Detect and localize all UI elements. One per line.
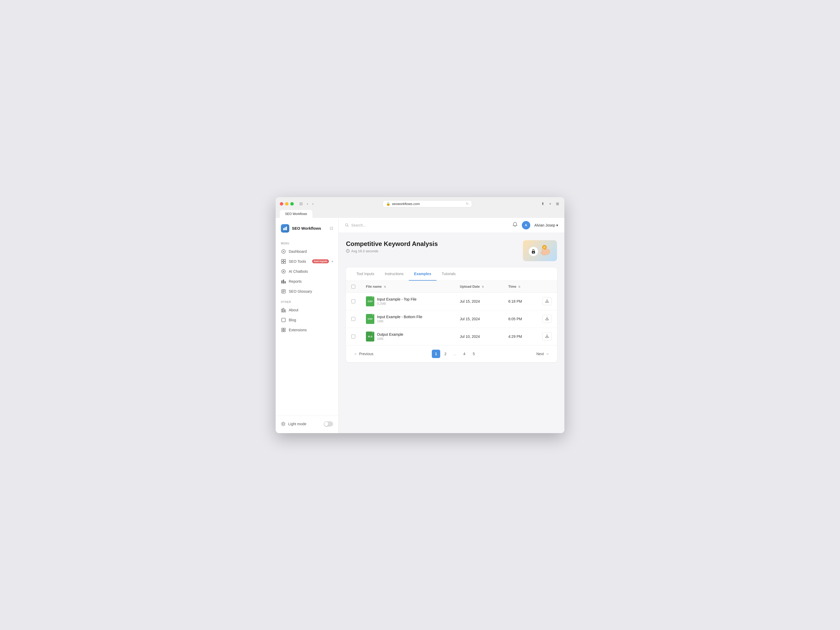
- svg-rect-6: [284, 259, 286, 261]
- page-num-2[interactable]: 2: [441, 350, 450, 358]
- file-name: Input Example - Top File: [377, 297, 417, 302]
- new-tab-button[interactable]: +: [548, 201, 552, 206]
- file-info: Input Example - Top File 0,2MB: [377, 297, 417, 306]
- tab-instructions[interactable]: Instructions: [380, 267, 409, 281]
- row-checkbox[interactable]: [351, 335, 355, 339]
- sidebar-item-extensions[interactable]: Extensions: [276, 325, 338, 335]
- back-button[interactable]: ‹: [306, 201, 309, 206]
- svg-point-29: [543, 246, 545, 248]
- page-header: Competitive Keyword Analysis Avg 19.3 se…: [346, 240, 557, 261]
- lock-icon: 🔒: [386, 202, 390, 206]
- svg-rect-15: [283, 308, 284, 312]
- about-icon: [281, 307, 286, 313]
- light-mode-switch[interactable]: [324, 421, 333, 426]
- sidebar-toggle-browser[interactable]: ⊡: [298, 201, 304, 206]
- user-name-button[interactable]: Alvian Josep ▾: [534, 223, 558, 227]
- select-all-checkbox[interactable]: [351, 284, 355, 289]
- notification-button[interactable]: [512, 222, 518, 228]
- sidebar-item-blog[interactable]: Blog: [276, 315, 338, 325]
- row-checkbox[interactable]: [351, 299, 355, 303]
- sort-icon[interactable]: ⇅: [518, 285, 520, 288]
- forward-button[interactable]: ›: [311, 201, 315, 206]
- sort-icon[interactable]: ⇅: [482, 285, 484, 288]
- file-type-icon: CSV: [366, 296, 374, 306]
- svg-rect-5: [281, 259, 283, 261]
- table-row: CSV Input Example - Bottom File 1MB Jul …: [346, 310, 557, 328]
- previous-page-button[interactable]: ← Previous: [351, 350, 376, 357]
- sidebar-bottom: Light mode: [276, 415, 338, 429]
- tabs-container: Tool Inputs Instructions Examples Tutori…: [346, 267, 557, 362]
- svg-rect-20: [282, 330, 283, 332]
- reports-icon: [281, 279, 286, 284]
- file-size: 0,2MB: [377, 302, 417, 306]
- tab-tool-inputs[interactable]: Tool Inputs: [351, 267, 380, 281]
- toggle-knob: [324, 422, 328, 426]
- file-size: 1MB: [377, 337, 403, 341]
- reload-icon[interactable]: ↻: [466, 202, 469, 205]
- download-button[interactable]: [542, 297, 552, 305]
- svg-rect-7: [281, 262, 283, 264]
- header-actions: A Alvian Josep ▾: [512, 221, 558, 229]
- sidebar-item-dashboard[interactable]: Dashboard: [276, 246, 338, 256]
- page-num-1[interactable]: 1: [432, 350, 440, 358]
- menu-section-label: MENU: [276, 238, 338, 246]
- table-header: File name ⇅ Upload Date ⇅ Time ⇅: [346, 281, 557, 293]
- sidebar-item-ai-chatbots[interactable]: AI Chatbots: [276, 267, 338, 276]
- table-row: CSV Input Example - Top File 0,2MB Jul 1…: [346, 292, 557, 310]
- sidebar-item-seo-glossary[interactable]: SEO Glossary: [276, 286, 338, 296]
- page-numbers: 1 2 ... 4 5: [432, 350, 478, 358]
- column-time: Time ⇅: [503, 281, 537, 293]
- download-button[interactable]: [542, 332, 552, 341]
- search-bar[interactable]: Search...: [345, 223, 508, 227]
- app-container: SEO Workflows ⊡ MENU Dashboard: [276, 218, 564, 433]
- hero-image: [523, 240, 557, 261]
- files-table: File name ⇅ Upload Date ⇅ Time ⇅: [346, 281, 557, 345]
- traffic-light-close[interactable]: [280, 202, 283, 205]
- page-num-5[interactable]: 5: [470, 350, 478, 358]
- row-checkbox[interactable]: [351, 317, 355, 321]
- browser-tab-bar: SEO Workflows: [280, 210, 560, 218]
- sidebar-item-seo-tools[interactable]: SEO Tools tool-inputs ▾: [276, 256, 338, 267]
- sidebar-collapse-button[interactable]: ⊡: [330, 226, 333, 231]
- ai-chatbots-icon: [281, 269, 286, 274]
- sidebar-item-label: Dashboard: [289, 249, 333, 254]
- address-bar-container: 🔒 seoworkflows.com ↻: [317, 200, 537, 207]
- sidebar-item-label: SEO Glossary: [289, 289, 333, 294]
- tab-overview-button[interactable]: ⊞: [555, 201, 560, 206]
- svg-rect-18: [282, 328, 283, 330]
- sidebar-item-about[interactable]: About: [276, 305, 338, 315]
- svg-point-21: [284, 330, 285, 332]
- tab-examples[interactable]: Examples: [409, 267, 436, 281]
- sort-icon[interactable]: ⇅: [384, 285, 386, 288]
- light-mode-toggle[interactable]: Light mode: [276, 419, 338, 429]
- top-header: Search... A Alvian Josep ▾: [339, 218, 564, 233]
- file-cell: CSV Input Example - Top File 0,2MB: [366, 296, 449, 306]
- search-placeholder: Search...: [351, 223, 366, 227]
- svg-rect-11: [283, 279, 284, 284]
- page-num-4[interactable]: 4: [460, 350, 469, 358]
- arrow-left-icon: ←: [354, 352, 357, 356]
- sidebar-item-reports[interactable]: Reports: [276, 276, 338, 286]
- browser-tab[interactable]: SEO Workflows: [280, 210, 313, 218]
- svg-rect-0: [283, 228, 284, 230]
- next-page-button[interactable]: Next →: [534, 350, 552, 357]
- share-button[interactable]: ⬆: [540, 201, 545, 206]
- sidebar-item-label: Extensions: [289, 328, 333, 332]
- sidebar: SEO Workflows ⊡ MENU Dashboard: [276, 218, 339, 433]
- tab-tutorials[interactable]: Tutorials: [437, 267, 461, 281]
- page-content: Competitive Keyword Analysis Avg 19.3 se…: [339, 233, 564, 433]
- traffic-lights: [280, 202, 294, 205]
- svg-rect-2: [286, 227, 287, 230]
- browser-chrome: ⊡ ‹ › 🔒 seoworkflows.com ↻ ⬆ + ⊞ SEO Wor…: [276, 197, 564, 218]
- address-bar[interactable]: 🔒 seoworkflows.com ↻: [383, 200, 472, 207]
- browser-controls: ⊡ ‹ ›: [298, 201, 314, 206]
- sidebar-item-label: SEO Tools: [289, 259, 309, 264]
- traffic-light-minimize[interactable]: [285, 202, 289, 205]
- tabs-header: Tool Inputs Instructions Examples Tutori…: [346, 267, 557, 281]
- browser-title-bar: ⊡ ‹ › 🔒 seoworkflows.com ↻ ⬆ + ⊞: [280, 200, 560, 207]
- seo-tools-icon: [281, 259, 286, 264]
- traffic-light-fullscreen[interactable]: [291, 202, 294, 205]
- svg-rect-1: [284, 227, 286, 230]
- upload-time: 6:05 PM: [503, 310, 537, 328]
- download-button[interactable]: [542, 315, 552, 323]
